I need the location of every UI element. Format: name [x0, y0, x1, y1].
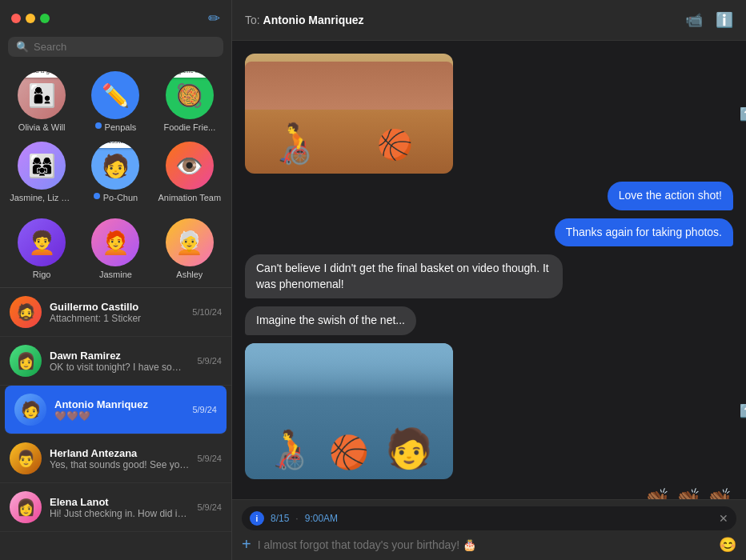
pinned-avatar: 🧑‍🦰 [91, 218, 139, 266]
pinned-item-animation-team[interactable]: 👁️Animation Team [153, 137, 227, 207]
conv-preview: Attachment: 1 Sticker [50, 313, 184, 324]
search-bar[interactable]: 🔍 [8, 37, 223, 57]
pinned-label: Rigo [33, 270, 51, 279]
pinned-label: Po-Chun [103, 193, 138, 202]
conv-avatar: 👩 [10, 491, 42, 523]
pinned-avatar: ✏️ [91, 71, 139, 119]
minimize-button[interactable] [26, 14, 35, 23]
pinned-label: Foodie Frie... [163, 122, 215, 132]
message-photo-2: 🧑‍🦽 🏀 🧑 ⬆️ [245, 343, 733, 479]
conv-item-herland[interactable]: 👨Herland AntezanaYes, that sounds good! … [0, 434, 231, 483]
avatar-bubble: 15x crossword: https://apple.news/... [91, 142, 139, 148]
pinned-item-penpals[interactable]: ✏️Penpals [78, 66, 152, 137]
titlebar: ✏ [0, 0, 231, 34]
conv-avatar: 🧔 [10, 296, 42, 328]
bubble-text: Can't believe I didn't get the final bas… [245, 254, 563, 298]
maximize-button[interactable] [40, 14, 50, 23]
main-chat-area: To: Antonio Manriquez 📹 ℹ️ 🧑‍🦽 🏀 ⬆️ Love… [232, 0, 746, 560]
input-timer[interactable]: 8/15 [271, 513, 289, 524]
info-icon[interactable]: ℹ️ [716, 11, 733, 29]
pinned-item-jasmine-liz[interactable]: 👩‍👩‍👧Jasmine, Liz &... [5, 137, 78, 207]
unread-dot [94, 193, 100, 199]
input-close-button[interactable]: ✕ [719, 512, 728, 525]
pinned-item-pochun[interactable]: 🧑15x crossword: https://apple.news/...Po… [78, 137, 152, 207]
imessage-badge: i [250, 511, 264, 526]
conv-date: 5/9/24 [197, 454, 222, 463]
pinned-label: Ashley [176, 270, 203, 279]
input-time[interactable]: 9:00AM [305, 513, 338, 524]
conv-avatar: 👩 [10, 345, 42, 377]
conv-preview: OK to visit tonight? I have some things … [50, 362, 189, 373]
message-reactions: 👏🏾 👏🏾 👏🏾 [245, 487, 733, 499]
message-bubble-sent-2: Thanks again for taking photos. [245, 218, 733, 247]
traffic-lights [11, 14, 50, 23]
share-photo-button-1[interactable]: ⬆️ [738, 104, 746, 123]
pinned-label: Jasmine [99, 270, 132, 279]
pinned-item-olivia-will[interactable]: 👩‍👦We had a great time. Home with th...O… [5, 66, 78, 137]
avatar-bubble: We had a great time. Home with th... [18, 71, 66, 78]
conv-item-dawn[interactable]: 👩Dawn RamirezOK to visit tonight? I have… [0, 337, 231, 386]
pinned-contacts-grid: 👩‍👦We had a great time. Home with th...O… [0, 63, 231, 210]
recipient-name: Antonio Manriquez [263, 14, 364, 26]
pinned-avatar: 🧑‍🦳 [166, 218, 214, 266]
conv-date: 5/9/24 [197, 356, 222, 366]
input-add-button[interactable]: + [242, 535, 251, 554]
pinned-contacts-grid-bottom: 🧑‍🦱Rigo🧑‍🦰Jasmine🧑‍🦳Ashley [0, 210, 231, 287]
message-bubble-received-1: Can't believe I didn't get the final bas… [245, 254, 733, 298]
pinned-avatar: 👁️ [166, 142, 214, 190]
conv-preview: Hi! Just checking in. How did it go? [50, 508, 189, 519]
pinned-item-foodie[interactable]: 🥘Add garlic to the butter, and then...Fo… [153, 66, 227, 137]
conv-name: Guillermo Castillo [50, 301, 184, 313]
conv-date: 5/9/24 [197, 502, 222, 512]
pinned-item-rigo[interactable]: 🧑‍🦱Rigo [5, 214, 78, 284]
search-icon: 🔍 [16, 41, 29, 53]
avatar-bubble: Add garlic to the butter, and then... [166, 71, 214, 78]
pinned-item-jasmine2[interactable]: 🧑‍🦰Jasmine [78, 214, 152, 284]
bubble-text: Thanks again for taking photos. [555, 218, 733, 247]
conv-item-antonio[interactable]: 🧑Antonio Manriquez🤎🤎🤎5/9/24 [5, 386, 227, 434]
pinned-label: Olivia & Will [18, 122, 66, 132]
input-toolbar: i 8/15 · 9:00AM ✕ [242, 506, 736, 530]
conv-info: Dawn RamirezOK to visit tonight? I have … [50, 350, 189, 373]
conv-info: Herland AntezanaYes, that sounds good! S… [50, 447, 189, 470]
pinned-item-ashley[interactable]: 🧑‍🦳Ashley [153, 214, 227, 284]
pinned-avatar: 👩‍👦We had a great time. Home with th... [18, 71, 66, 119]
conv-info: Elena LanotHi! Just checking in. How did… [50, 496, 189, 519]
pinned-label: Animation Team [158, 193, 221, 202]
conv-name: Elena Lanot [50, 496, 189, 508]
header-actions: 📹 ℹ️ [685, 11, 733, 29]
input-divider: · [295, 513, 298, 524]
video-call-icon[interactable]: 📹 [685, 11, 703, 29]
pinned-label: Jasmine, Liz &... [10, 193, 74, 202]
message-input[interactable] [258, 538, 712, 551]
conv-avatar: 🧑 [14, 394, 46, 426]
share-photo-button-2[interactable]: ⬆️ [738, 402, 746, 421]
reaction-emoji: 👏🏾 [643, 487, 671, 499]
reaction-emoji: 👏🏾 [705, 487, 733, 499]
conv-item-guillermo[interactable]: 🧔Guillermo CastilloAttachment: 1 Sticker… [0, 288, 231, 337]
conv-name: Antonio Manriquez [54, 398, 184, 410]
close-button[interactable] [11, 14, 21, 23]
compose-icon[interactable]: ✏ [208, 10, 220, 27]
conv-name: Dawn Ramirez [50, 350, 189, 362]
conv-item-elena[interactable]: 👩Elena LanotHi! Just checking in. How di… [0, 483, 231, 532]
conv-info: Antonio Manriquez🤎🤎🤎 [54, 398, 184, 422]
pinned-label: Penpals [105, 122, 137, 132]
conv-preview: 🤎🤎🤎 [54, 410, 184, 422]
chat-header: To: Antonio Manriquez 📹 ℹ️ [232, 0, 746, 41]
emoji-button[interactable]: 😊 [719, 536, 736, 554]
to-label: To: [245, 14, 260, 26]
message-bubble-sent-1: Love the action shot! [245, 182, 733, 210]
reaction-emoji: 👏🏾 [674, 487, 702, 499]
pinned-avatar: 👩‍👩‍👧 [18, 142, 66, 190]
conv-preview: Yes, that sounds good! See you then. [50, 459, 189, 470]
conv-name: Herland Antezana [50, 447, 189, 459]
search-input[interactable] [34, 41, 215, 53]
input-area: i 8/15 · 9:00AM ✕ + 😊 [232, 499, 746, 560]
pinned-avatar: 🧑15x crossword: https://apple.news/... [91, 142, 139, 190]
conv-date: 5/9/24 [192, 405, 217, 414]
input-row: + 😊 [242, 535, 736, 554]
bubble-text: Imagine the swish of the net... [245, 306, 416, 335]
chat-messages: 🧑‍🦽 🏀 ⬆️ Love the action shot! Thanks ag… [232, 41, 746, 499]
conv-info: Guillermo CastilloAttachment: 1 Sticker [50, 301, 184, 324]
